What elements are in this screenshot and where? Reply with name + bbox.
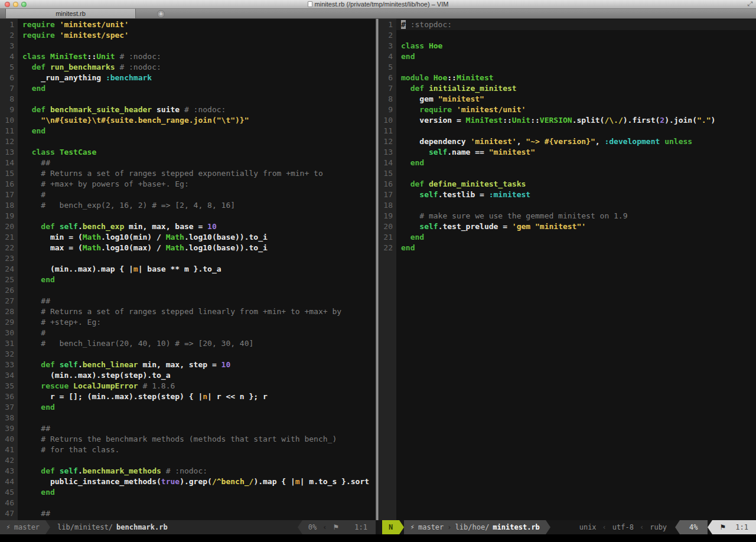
- line-number: 10: [379, 115, 396, 126]
- line-number: 46: [0, 498, 18, 508]
- close-button[interactable]: [5, 2, 10, 7]
- code-line[interactable]: 43 def self.benchmark_methods # :nodoc:: [0, 466, 376, 476]
- line-number: 44: [0, 476, 18, 487]
- code-line[interactable]: 17 self.testlib = :minitest: [379, 190, 756, 200]
- code-line[interactable]: 46: [0, 498, 376, 508]
- code-line[interactable]: 10 "\n#{suite}\t#{suite.bench_range.join…: [0, 115, 376, 126]
- code-line[interactable]: 32: [0, 349, 376, 360]
- code-line[interactable]: 4class MiniTest::Unit # :nodoc:: [0, 51, 376, 62]
- code-line[interactable]: 1# :stopdoc:: [379, 19, 756, 30]
- code-line[interactable]: 19 # make sure we use the gemmed minites…: [379, 211, 756, 221]
- code-line[interactable]: 34 (min..max).step(step).to_a: [0, 370, 376, 381]
- code-line[interactable]: 38: [0, 413, 376, 423]
- code-line[interactable]: 45 end: [0, 487, 376, 498]
- code-line[interactable]: 31 # bench_linear(20, 40, 10) # => [20, …: [0, 338, 376, 349]
- line-number: 14: [379, 158, 396, 168]
- code-line[interactable]: 5 def run_benchmarks # :nodoc:: [0, 62, 376, 73]
- tab-minitest-rb[interactable]: minitest.rb: [6, 9, 136, 18]
- code-line[interactable]: 16 # +max+ by powers of +base+. Eg:: [0, 179, 376, 190]
- code-line[interactable]: 37 end: [0, 402, 376, 413]
- code-line[interactable]: 33 def self.bench_linear min, max, step …: [0, 360, 376, 370]
- code-line[interactable]: 16 def define_minitest_tasks: [379, 179, 756, 190]
- code-line[interactable]: 47 ##: [0, 508, 376, 519]
- code-line[interactable]: 29 # +step+. Eg:: [0, 317, 376, 328]
- code-text: end: [18, 126, 376, 136]
- code-line[interactable]: 7 end: [0, 83, 376, 94]
- code-line[interactable]: 22end: [379, 243, 756, 253]
- pane-minitest-rb[interactable]: 1# :stopdoc:23class Hoe4end56module Hoe:…: [379, 19, 756, 520]
- minimize-button[interactable]: [13, 2, 18, 7]
- code-line[interactable]: 11 end: [0, 126, 376, 136]
- code-line[interactable]: 44 public_instance_methods(true).grep(/^…: [0, 476, 376, 487]
- fullscreen-icon[interactable]: ⤢: [747, 0, 752, 8]
- code-line[interactable]: 40 # Returns the benchmark methods (meth…: [0, 434, 376, 445]
- code-line[interactable]: 18 # bench_exp(2, 16, 2) # => [2, 4, 8, …: [0, 200, 376, 211]
- code-line[interactable]: 18: [379, 200, 756, 211]
- code-line[interactable]: 11: [379, 126, 756, 136]
- line-number: 22: [0, 243, 18, 253]
- line-number: 45: [0, 487, 18, 498]
- code-text: # +max+ by powers of +base+. Eg:: [18, 179, 376, 190]
- code-line[interactable]: 6 _run_anything :benchmark: [0, 73, 376, 83]
- line-number: 23: [0, 253, 18, 264]
- code-line[interactable]: 42: [0, 455, 376, 466]
- code-line[interactable]: 13 self.name == "minitest": [379, 147, 756, 158]
- line-number: 32: [0, 349, 18, 360]
- code-line[interactable]: 27 ##: [0, 296, 376, 306]
- code-line[interactable]: 3: [0, 41, 376, 51]
- code-line[interactable]: 28 # Returns a set of ranges stepped lin…: [0, 306, 376, 317]
- code-line[interactable]: 35 rescue LocalJumpError # 1.8.6: [0, 381, 376, 391]
- code-line[interactable]: 20 self.test_prelude = 'gem "minitest"': [379, 221, 756, 232]
- code-line[interactable]: 15: [379, 168, 756, 179]
- code-line[interactable]: 22 max = (Math.log10(max) / Math.log10(b…: [0, 243, 376, 253]
- bottom-strip: [0, 534, 756, 542]
- zoom-button[interactable]: [21, 2, 27, 7]
- code-line[interactable]: 5: [379, 62, 756, 73]
- code-line[interactable]: 6module Hoe::Minitest: [379, 73, 756, 83]
- code-line[interactable]: 13 class TestCase: [0, 147, 376, 158]
- code-line[interactable]: 41 # for that class.: [0, 445, 376, 455]
- statusline-spacer: [550, 520, 573, 534]
- line-number: 12: [379, 136, 396, 147]
- code-line[interactable]: 2require 'minitest/spec': [0, 30, 376, 41]
- code-line[interactable]: 23: [0, 253, 376, 264]
- code-text: # Returns the benchmark methods (methods…: [18, 434, 376, 445]
- new-tab-button[interactable]: +: [157, 9, 165, 18]
- code-line[interactable]: 15 # Returns a set of ranges stepped exp…: [0, 168, 376, 179]
- line-number: 19: [379, 211, 396, 221]
- code-line[interactable]: 17 #: [0, 190, 376, 200]
- code-line[interactable]: 3class Hoe: [379, 41, 756, 51]
- code-line[interactable]: 2: [379, 30, 756, 41]
- code-line[interactable]: 39 ##: [0, 423, 376, 434]
- code-text: def self.bench_exp min, max, base = 10: [18, 221, 376, 232]
- code-text: end: [396, 232, 756, 243]
- code-text: [18, 94, 376, 105]
- code-line[interactable]: 12: [0, 136, 376, 147]
- code-line[interactable]: 21 end: [379, 232, 756, 243]
- code-line[interactable]: 24 (min..max).map { |m| base ** m }.to_a: [0, 264, 376, 275]
- code-line[interactable]: 14 end: [379, 158, 756, 168]
- code-line[interactable]: 21 min = (Math.log10(min) / Math.log10(b…: [0, 232, 376, 243]
- code-line[interactable]: 25 end: [0, 275, 376, 285]
- code-line[interactable]: 4end: [379, 51, 756, 62]
- code-line[interactable]: 10 version = MiniTest::Unit::VERSION.spl…: [379, 115, 756, 126]
- code-line[interactable]: 9 def benchmark_suite_header suite # :no…: [0, 105, 376, 115]
- code-line[interactable]: 19: [0, 211, 376, 221]
- status-row: ⚡ master lib/minitest/benchmark.rb 0% ‹ …: [0, 520, 756, 534]
- code-line[interactable]: 9 require 'minitest/unit': [379, 105, 756, 115]
- code-text: (min..max).step(step).to_a: [18, 370, 376, 381]
- code-line[interactable]: 30 #: [0, 328, 376, 338]
- code-text: #: [18, 190, 376, 200]
- powerline-separator: [45, 520, 50, 534]
- pane-benchmark-rb[interactable]: 1require 'minitest/unit'2require 'minite…: [0, 19, 376, 520]
- code-line[interactable]: 12 dependency 'minitest', "~> #{version}…: [379, 136, 756, 147]
- code-line[interactable]: 8: [0, 94, 376, 105]
- code-line[interactable]: 8 gem "minitest": [379, 94, 756, 105]
- code-line[interactable]: 26: [0, 285, 376, 296]
- code-line[interactable]: 14 ##: [0, 158, 376, 168]
- code-line[interactable]: 20 def self.bench_exp min, max, base = 1…: [0, 221, 376, 232]
- scroll-percent-segment: 4%: [680, 520, 707, 534]
- code-line[interactable]: 36 r = []; (min..max).step(step) { |n| r…: [0, 391, 376, 402]
- code-line[interactable]: 1require 'minitest/unit': [0, 19, 376, 30]
- code-line[interactable]: 7 def initialize_minitest: [379, 83, 756, 94]
